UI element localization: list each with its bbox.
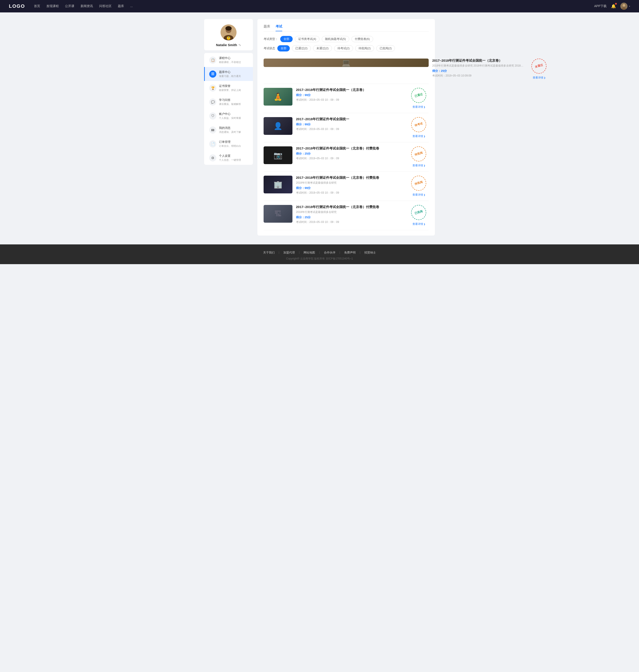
filter-status-reviewed[interactable]: 已批阅(2) — [376, 45, 395, 51]
filter-type-random[interactable]: 随机抽题考试(5) — [322, 36, 349, 42]
tab-exam[interactable]: 考试 — [276, 25, 282, 31]
content-area: 题库 考试 考试类型： 全部 证书类考试(4) 随机抽题考试(5) 付费批卷(6… — [258, 19, 435, 236]
footer-links: 关于我们 | 加盟代理 | 网站地图 | 合作伙伴 | 免费声明 | 招贤纳士 — [4, 251, 635, 255]
status-stamp-2: 已通过 — [409, 86, 428, 105]
chevron-down-icon: ▾ — [629, 5, 630, 8]
profile-avatar: 🏅 — [220, 25, 236, 41]
course-center-text: 课程中心 精彩课程，不容错过 — [219, 56, 241, 64]
filter-type-cert[interactable]: 证书类考试(4) — [295, 36, 320, 42]
footer-link-careers[interactable]: 招贤纳士 — [360, 251, 380, 255]
nav-more[interactable]: ... — [130, 4, 133, 8]
sidebar-item-account[interactable]: ♡ 账户中心 个人权益、实时掌握 — [204, 109, 253, 123]
messages-text: 我的消息 消息通知、及时了解 — [219, 126, 241, 134]
course-center-title: 课程中心 — [219, 56, 241, 60]
filter-type-all[interactable]: 全部 — [280, 36, 293, 42]
certificate-sub: 收获荣誉、持证上岗 — [219, 89, 241, 92]
exam-action-2: 已通过 查看详情 ❯ — [409, 88, 428, 109]
notification-badge — [615, 3, 617, 5]
orders-text: 订单管理 订单支出、明明白白 — [219, 140, 241, 148]
exam-title-4: 2017–2018年行测证件考试全国统一（北京卷）付费批卷 — [296, 146, 405, 150]
view-detail-btn-5[interactable]: 查看详情 ❯ — [412, 193, 425, 197]
account-sub: 个人权益、实时掌握 — [219, 116, 241, 120]
user-avatar-dropdown[interactable]: ▾ — [620, 3, 630, 10]
main-nav: 首页 发现课程 公开课 新闻资讯 问答社区 题库 ... — [34, 4, 594, 8]
profile-edit-icon[interactable]: ✎ — [238, 44, 241, 47]
messages-sub: 消息通知、及时了解 — [219, 130, 241, 134]
sidebar-item-messages[interactable]: ✉ 我的消息 消息通知、及时了解 — [204, 123, 253, 137]
nav-discover[interactable]: 发现课程 — [46, 4, 59, 8]
exam-thumb-2: 🧘 — [264, 88, 293, 106]
view-detail-btn-6[interactable]: 查看详情 ❯ — [412, 222, 425, 226]
status-stamp-5: 待批阅 — [409, 174, 428, 192]
footer-link-franchise[interactable]: 加盟代理 — [279, 251, 299, 255]
footer-link-sitemap[interactable]: 网站地图 — [299, 251, 319, 255]
filter-type-row: 考试类型： 全部 证书类考试(4) 随机抽题考试(5) 付费批卷(6) — [264, 36, 428, 42]
status-stamp-1: 未通过 — [530, 57, 548, 75]
account-title: 账户中心 — [219, 112, 241, 116]
exam-score-5: 得分：99分 — [296, 186, 405, 190]
exam-thumb-3: 👤 — [264, 117, 293, 135]
sidebar-item-certificate[interactable]: 🏆 证书荣誉 收获荣誉、持证上岗 — [204, 81, 253, 95]
account-icon: ♡ — [209, 112, 216, 119]
sidebar-item-orders[interactable]: 📄 订单管理 订单支出、明明白白 — [204, 137, 253, 151]
notification-bell[interactable]: 🔔 — [611, 4, 616, 9]
exam-info-4: 2017–2018年行测证件考试全国统一（北京卷）付费批卷 得分：25分 考试时… — [296, 146, 405, 160]
messages-icon: ✉ — [209, 126, 216, 133]
exam-score-1: 得分：25分 — [432, 69, 525, 73]
sidebar-item-question-bank[interactable]: ☰ 题库中心 海量习题，助力通关 — [204, 67, 253, 81]
exam-title-1: 2017–2018年行测证件考试全国统一（北京卷） — [432, 59, 525, 63]
footer-link-partners[interactable]: 合作伙伴 — [320, 251, 340, 255]
svg-point-6 — [225, 26, 232, 31]
sidebar-item-settings[interactable]: ⚙ 个人设置 个人信息、一键管理 — [204, 151, 253, 165]
course-center-sub: 精彩课程，不容错过 — [219, 61, 241, 64]
filter-status-row: 考试状态 全部 已通过(2) 未通过(2) 待考试(2) 待批阅(2) 已批阅(… — [264, 45, 428, 51]
sidebar: 🏅 Natalie Smith ✎ 📋 课程中心 精彩课程，不容错过 ☰ 题库中… — [204, 19, 253, 236]
footer-link-about[interactable]: 关于我们 — [259, 251, 279, 255]
status-stamp-4: 待批阅 — [409, 145, 428, 163]
view-detail-btn-4[interactable]: 查看详情 ❯ — [412, 164, 425, 167]
nav-news[interactable]: 新闻资讯 — [80, 4, 93, 8]
exam-time-5: 考试时间：2019–05–03 10：09：09 — [296, 191, 405, 195]
filter-status-passed[interactable]: 已通过(2) — [292, 45, 311, 51]
status-stamp-6: 已批阅 — [409, 203, 428, 222]
app-download-btn[interactable]: APP下载 — [594, 4, 607, 8]
exam-score-4: 得分：25分 — [296, 152, 405, 156]
filter-status-all[interactable]: 全部 — [277, 45, 290, 51]
certificate-icon: 🏆 — [209, 84, 216, 92]
question-bank-icon: ☰ — [209, 70, 216, 78]
exam-time-1: 考试时间：2019–05–03 10:09:09 — [432, 74, 525, 78]
main-layout: 🏅 Natalie Smith ✎ 📋 课程中心 精彩课程，不容错过 ☰ 题库中… — [200, 12, 439, 244]
filter-status-label: 考试状态 — [264, 46, 275, 50]
sidebar-item-course-center[interactable]: 📋 课程中心 精彩课程，不容错过 — [204, 53, 253, 67]
filter-status-pending[interactable]: 待考试(2) — [334, 45, 353, 51]
footer-copyright: Copyright® 云朵商学院 版权所有 京ICP备17051340号–1 — [4, 257, 635, 260]
sidebar-nav: 📋 课程中心 精彩课程，不容错过 ☰ 题库中心 海量习题，助力通关 🏆 证书荣誉 — [204, 53, 253, 165]
nav-open-course[interactable]: 公开课 — [65, 4, 74, 8]
filter-type-label: 考试类型： — [264, 37, 278, 41]
settings-icon: ⚙ — [209, 154, 216, 161]
view-detail-btn-2[interactable]: 查看详情 ❯ — [412, 105, 425, 109]
question-bank-text: 题库中心 海量习题，助力通关 — [219, 70, 241, 78]
filter-status-failed[interactable]: 未通过(2) — [313, 45, 332, 51]
exam-thumb-6: 🏗 — [264, 205, 293, 223]
exam-desc-5: 2018年行测考试是最值得多去研究 — [296, 181, 389, 185]
table-row: 🏗 2017–2018年行测证件考试全国统一（北京卷）付费批卷 2018年行测考… — [264, 201, 428, 230]
sidebar-item-learning-qa[interactable]: 💬 学习问答 课后重温、疑难解答 — [204, 95, 253, 109]
learning-qa-icon: 💬 — [209, 98, 216, 106]
exam-time-2: 考试时间：2019–05–03 10：09：09 — [296, 98, 405, 102]
nav-question-bank[interactable]: 题库 — [118, 4, 124, 8]
user-profile-card: 🏅 Natalie Smith ✎ — [204, 19, 253, 50]
view-detail-btn-3[interactable]: 查看详情 ❯ — [412, 134, 425, 138]
tab-question-bank[interactable]: 题库 — [264, 25, 270, 31]
nav-qa[interactable]: 问答社区 — [99, 4, 112, 8]
filter-type-paid[interactable]: 付费批卷(6) — [352, 36, 373, 42]
exam-desc-1: 2018年行测考试是最值得多去研究 2018年行测考试是最值得多去研究 2018… — [432, 64, 525, 68]
exam-info-6: 2017–2018年行测证件考试全国统一（北京卷）付费批卷 2018年行测考试是… — [296, 205, 405, 224]
footer-link-disclaimer[interactable]: 免费声明 — [340, 251, 360, 255]
settings-sub: 个人信息、一键管理 — [219, 158, 241, 162]
nav-home[interactable]: 首页 — [34, 4, 40, 8]
exam-list: 💻 2017–2018年行测证件考试全国统一（北京卷） 2018年行测考试是最值… — [264, 54, 428, 230]
view-detail-btn-1[interactable]: 查看详情 ❯ — [533, 76, 545, 80]
filter-status-reviewing[interactable]: 待批阅(2) — [355, 45, 374, 51]
exam-info-2: 2017–2018年行测证件考试全国统一（北京卷） 得分：99分 考试时间：20… — [296, 88, 405, 102]
